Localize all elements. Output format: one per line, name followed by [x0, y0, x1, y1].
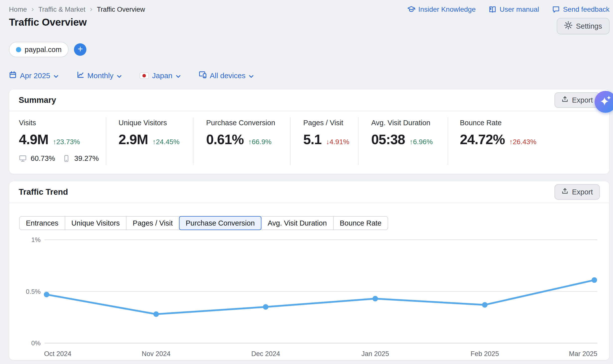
- trend-chart-svg[interactable]: 1%0.5%0%Oct 2024Nov 2024Dec 2024Jan 2025…: [17, 230, 602, 359]
- summary-title: Summary: [19, 95, 56, 105]
- target-row: paypal.com +: [9, 42, 86, 57]
- metric-purchase-conversion: Purchase Conversion 0.61% ↑66.9%: [206, 119, 275, 147]
- metric-delta: ↑24.45%: [152, 138, 180, 146]
- plus-icon: +: [78, 45, 83, 54]
- metric-divider: [106, 117, 106, 165]
- settings-button[interactable]: Settings: [557, 18, 610, 34]
- devices-filter[interactable]: All devices: [199, 71, 254, 80]
- metric-value: 5.1: [303, 131, 321, 147]
- japan-flag-icon: [140, 72, 149, 79]
- calendar-icon: [9, 71, 17, 80]
- trend-export-button[interactable]: Export: [554, 184, 600, 200]
- settings-label: Settings: [576, 22, 602, 30]
- domain-color-dot: [16, 47, 21, 52]
- domain-label: paypal.com: [25, 46, 61, 54]
- svg-text:Oct 2024: Oct 2024: [44, 350, 71, 358]
- metric-value: 4.9M: [19, 131, 48, 147]
- metric-avg-visit-duration: Avg. Visit Duration 05:38 ↑6.96%: [371, 119, 433, 147]
- metric-value: 0.61%: [206, 131, 244, 147]
- metric-label: Purchase Conversion: [206, 119, 275, 127]
- summary-metrics: Visits 4.9M ↑23.73% 60.73%: [9, 111, 609, 174]
- chevron-down-icon: [176, 71, 181, 80]
- device-split-row: 60.73% 39.27%: [19, 154, 99, 163]
- tab-unique-visitors[interactable]: Unique Visitors: [65, 216, 127, 230]
- metric-delta: ↑26.43%: [509, 138, 537, 146]
- metric-divider: [448, 117, 448, 165]
- metric-label: Pages / Visit: [303, 119, 349, 127]
- metric-unique-visitors: Unique Visitors 2.9M ↑24.45%: [119, 119, 180, 147]
- desktop-icon: [19, 155, 27, 162]
- metric-divider: [290, 117, 291, 165]
- svg-text:Jan 2025: Jan 2025: [361, 350, 389, 358]
- book-icon: [489, 5, 496, 13]
- chevron-down-icon: [54, 71, 59, 80]
- line-chart-icon: [76, 71, 84, 80]
- date-filter-label: Apr 2025: [20, 71, 50, 80]
- breadcrumb-separator-icon: ›: [90, 5, 92, 13]
- svg-text:0.5%: 0.5%: [26, 288, 41, 295]
- location-filter[interactable]: Japan: [140, 71, 181, 80]
- tab-purchase-conversion[interactable]: Purchase Conversion: [179, 216, 261, 230]
- metric-divider: [193, 117, 193, 165]
- send-feedback-link[interactable]: Send feedback: [552, 5, 610, 13]
- svg-text:0%: 0%: [31, 339, 41, 347]
- desktop-share: 60.73%: [31, 154, 55, 163]
- breadcrumb: Home › Traffic & Market › Traffic Overvi…: [9, 6, 145, 13]
- location-filter-label: Japan: [152, 71, 173, 80]
- metric-value: 05:38: [371, 131, 405, 147]
- traffic-trend-header: Traffic Trend Export: [9, 181, 609, 203]
- graduation-cap-icon: [407, 5, 415, 13]
- sparkles-icon: [598, 94, 613, 110]
- breadcrumb-separator-icon: ›: [31, 5, 34, 13]
- svg-text:Mar 2025: Mar 2025: [569, 350, 597, 358]
- summary-header: Summary Export: [9, 89, 609, 111]
- metric-visits: Visits 4.9M ↑23.73% 60.73%: [19, 119, 99, 163]
- metric-pages-per-visit: Pages / Visit 5.1 ↓4.91%: [303, 119, 349, 147]
- chevron-down-icon: [249, 71, 254, 80]
- svg-text:1%: 1%: [31, 236, 41, 243]
- granularity-filter-label: Monthly: [87, 71, 114, 80]
- tab-bounce-rate[interactable]: Bounce Rate: [333, 216, 388, 230]
- gear-icon: [564, 21, 572, 31]
- svg-text:Dec 2024: Dec 2024: [251, 350, 280, 358]
- chevron-down-icon: [117, 71, 122, 80]
- granularity-filter[interactable]: Monthly: [76, 71, 122, 80]
- traffic-overview-page: Home › Traffic & Market › Traffic Overvi…: [0, 0, 613, 364]
- traffic-trend-card: Traffic Trend Export Entrances Unique Vi…: [9, 181, 610, 360]
- trend-metric-tabs: Entrances Unique Visitors Pages / Visit …: [19, 216, 388, 230]
- send-feedback-label: Send feedback: [563, 5, 610, 13]
- summary-card: Summary Export Visits: [9, 89, 610, 174]
- insider-knowledge-link[interactable]: Insider Knowledge: [407, 5, 476, 13]
- domain-chip[interactable]: paypal.com: [9, 42, 68, 57]
- devices-icon: [199, 71, 207, 80]
- metric-bounce-rate: Bounce Rate 24.72% ↑26.43%: [460, 119, 537, 147]
- summary-export-button[interactable]: Export: [554, 92, 600, 108]
- upload-icon: [561, 188, 568, 196]
- date-filter[interactable]: Apr 2025: [9, 71, 59, 80]
- svg-text:Feb 2025: Feb 2025: [471, 350, 499, 358]
- summary-export-label: Export: [572, 96, 593, 104]
- speech-bubble-icon: [552, 5, 560, 13]
- page-title: Traffic Overview: [9, 16, 87, 28]
- metric-value: 2.9M: [119, 131, 148, 147]
- tab-avg-visit-duration[interactable]: Avg. Visit Duration: [261, 216, 334, 230]
- trend-chart: 1%0.5%0%Oct 2024Nov 2024Dec 2024Jan 2025…: [17, 230, 602, 359]
- add-competitor-button[interactable]: +: [74, 43, 86, 56]
- tab-entrances[interactable]: Entrances: [19, 216, 65, 230]
- metric-delta: ↑6.96%: [410, 138, 433, 146]
- tab-pages-per-visit[interactable]: Pages / Visit: [126, 216, 180, 230]
- insider-knowledge-label: Insider Knowledge: [418, 5, 476, 13]
- metric-value: 24.72%: [460, 131, 505, 147]
- traffic-trend-title: Traffic Trend: [19, 187, 68, 197]
- metric-divider: [358, 117, 359, 165]
- top-bar: Home › Traffic & Market › Traffic Overvi…: [9, 4, 610, 15]
- user-manual-link[interactable]: User manual: [489, 5, 539, 13]
- metric-delta: ↑66.9%: [248, 138, 271, 146]
- breadcrumb-home[interactable]: Home: [9, 6, 27, 13]
- metric-delta: ↓4.91%: [326, 138, 349, 146]
- breadcrumb-traffic-market[interactable]: Traffic & Market: [38, 6, 85, 13]
- metric-label: Visits: [19, 119, 99, 127]
- breadcrumb-current: Traffic Overview: [97, 6, 145, 13]
- metric-label: Bounce Rate: [460, 119, 537, 127]
- trend-export-label: Export: [572, 188, 593, 196]
